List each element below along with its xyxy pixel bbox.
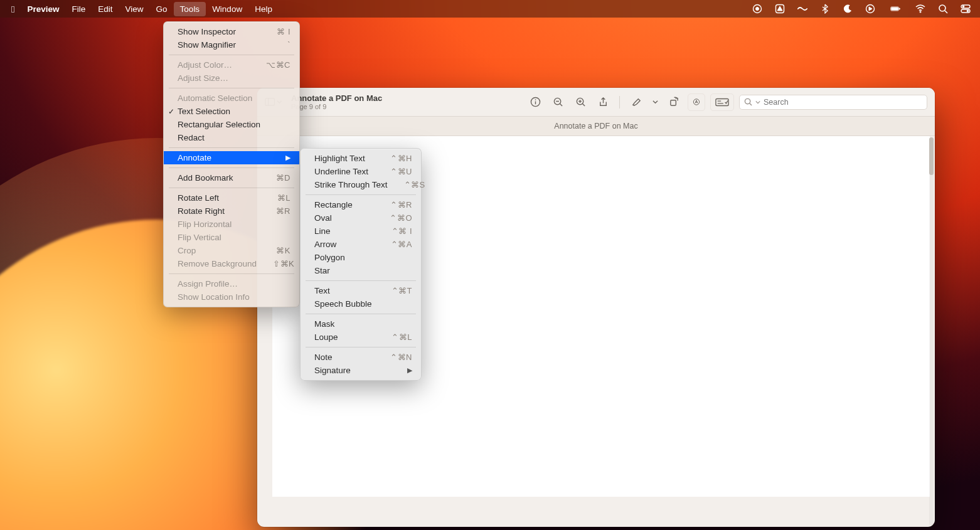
menu-assign-profile: Assign Profile… [164,277,299,290]
preview-toolbar: Annotate a PDF on Mac Page 9 of 9 [257,88,935,117]
submenu-polygon[interactable]: Polygon [301,251,421,264]
menu-adjust-color: Adjust Color…⌥⌘C [164,58,299,72]
menu-crop: Crop⌘K [164,244,299,257]
submenu-arrow[interactable]: Arrow⌃⌘A [301,238,421,251]
submenu-signature[interactable]: Signature▶ [301,364,421,377]
status-battery-icon[interactable] [887,3,903,14]
document-header: Annotate a PDF on Mac [257,117,935,136]
status-record-icon[interactable] [752,3,763,14]
svg-rect-6 [899,8,900,9]
menu-flip-vertical: Flip Vertical [164,231,299,244]
svg-point-8 [939,5,945,11]
menubar-item-edit[interactable]: Edit [92,2,119,16]
menu-show-location-info: Show Location Info [164,290,299,304]
submenu-text[interactable]: Text⌃⌘T [301,284,421,297]
status-dnd-moon-icon[interactable] [842,3,853,14]
menu-rectangular-selection[interactable]: Rectangular Selection [164,118,299,131]
svg-point-31 [745,98,750,103]
menubar-item-file[interactable]: File [66,2,92,16]
share-button[interactable] [594,93,612,111]
status-wifi-icon[interactable] [915,3,926,14]
status-bluetooth-icon[interactable] [819,3,831,14]
menu-text-selection[interactable]: ✓Text Selection [164,105,299,118]
status-spotlight-icon[interactable] [937,3,949,14]
highlight-menu-chevron[interactable] [650,93,660,111]
svg-line-23 [582,103,585,106]
svg-point-13 [967,10,969,12]
submenu-speech-bubble[interactable]: Speech Bubble [301,297,421,310]
menubar-app-name[interactable]: Preview [21,2,65,16]
menubar-item-help[interactable]: Help [248,2,279,16]
svg-line-20 [560,103,562,106]
search-input[interactable] [764,98,922,107]
annotate-submenu: Highlight Text⌃⌘H Underline Text⌃⌘U Stri… [300,148,422,381]
menu-separator [169,147,294,148]
svg-point-1 [756,8,759,11]
submenu-underline-text[interactable]: Underline Text⌃⌘U [301,165,421,178]
submenu-highlight-text[interactable]: Highlight Text⌃⌘H [301,152,421,165]
status-app-icon[interactable] [797,3,808,14]
submenu-strike-through[interactable]: Strike Through Text⌃⌘S [301,178,421,191]
menu-separator [306,194,416,195]
menubar-item-window[interactable]: Window [206,2,248,16]
menu-redact[interactable]: Redact [164,131,299,144]
system-menubar:  Preview File Edit View Go Tools Window… [0,0,980,18]
menubar-item-go[interactable]: Go [150,2,174,16]
zoom-in-button[interactable] [572,93,589,111]
svg-line-9 [945,11,947,13]
rotate-button[interactable] [665,93,683,111]
menu-flip-horizontal: Flip Horizontal [164,218,299,231]
menu-separator [306,280,416,281]
apple-menu-icon[interactable]:  [9,4,21,14]
menu-automatic-selection: Automatic Selection [164,92,299,105]
menu-separator [169,167,294,168]
menu-separator [169,188,294,188]
submenu-mask[interactable]: Mask [301,317,421,331]
menubar-item-tools[interactable]: Tools [174,2,206,16]
status-triangle-icon[interactable] [774,3,786,14]
menu-separator [306,347,416,347]
menu-show-inspector[interactable]: Show Inspector⌘ I [164,25,299,38]
menubar-item-view[interactable]: View [119,2,150,16]
menu-rotate-left[interactable]: Rotate Left⌘L [164,191,299,204]
window-subtitle: Page 9 of 9 [291,103,382,110]
submenu-oval[interactable]: Oval⌃⌘O [301,211,421,225]
submenu-star[interactable]: Star [301,264,421,277]
menu-show-magnifier[interactable]: Show Magnifier` [164,38,299,51]
submenu-loupe[interactable]: Loupe⌃⌘L [301,331,421,344]
submenu-rectangle[interactable]: Rectangle⌃⌘R [301,198,421,211]
zoom-out-button[interactable] [549,93,567,111]
svg-rect-5 [892,8,898,10]
submenu-line[interactable]: Line⌃⌘ I [301,225,421,238]
menu-remove-background: Remove Background⇧⌘K [164,257,299,270]
menu-adjust-size: Adjust Size… [164,72,299,85]
menu-separator [169,55,294,55]
menu-separator [306,314,416,314]
tools-menu: Show Inspector⌘ I Show Magnifier` Adjust… [163,21,300,307]
form-fill-button[interactable] [710,93,734,111]
menu-separator [169,88,294,88]
window-title: Annotate a PDF on Mac [291,93,382,103]
svg-point-11 [962,6,964,8]
markup-button[interactable] [688,93,705,111]
svg-line-32 [750,103,752,105]
scrollbar-vertical[interactable] [929,137,934,526]
submenu-note[interactable]: Note⌃⌘N [301,351,421,364]
svg-rect-26 [670,100,676,106]
menu-separator [169,273,294,274]
menu-annotate[interactable]: Annotate▶ [164,151,299,164]
scrollbar-thumb[interactable] [929,137,934,175]
menu-rotate-right[interactable]: Rotate Right⌘R [164,204,299,218]
svg-point-7 [920,11,921,13]
highlight-button[interactable] [627,93,645,111]
toolbar-divider [619,96,620,109]
menu-add-bookmark[interactable]: Add Bookmark⌘D [164,171,299,184]
svg-point-18 [535,99,536,100]
status-screen-mirror-icon[interactable] [865,3,876,14]
search-field[interactable] [739,95,927,110]
info-button[interactable] [526,93,544,111]
status-control-center-icon[interactable] [960,3,971,14]
